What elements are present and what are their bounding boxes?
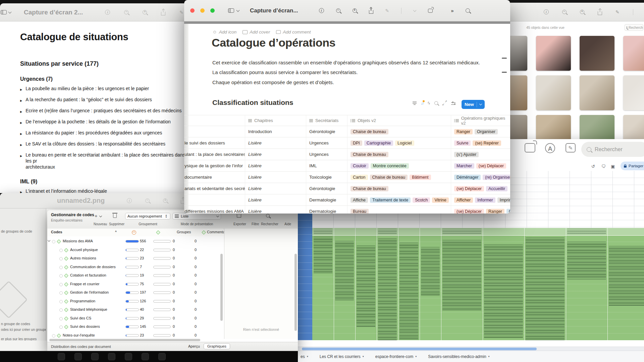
doc-list-item[interactable]: ▶Ecrire et (re)lire dans l’urgence : pra… bbox=[20, 108, 188, 115]
code-row[interactable]: Accueil physique2200 bbox=[47, 246, 224, 255]
preview-tab-button[interactable]: Aperçu bbox=[185, 343, 203, 349]
cell-operations[interactable]: Suivre(se) Repérer bbox=[451, 137, 510, 148]
code-label[interactable]: Frappe et courrier bbox=[70, 282, 99, 286]
tag-orange[interactable]: Ranger bbox=[454, 129, 473, 134]
code-row[interactable]: Autres missions2300 bbox=[47, 254, 224, 263]
sheet-column[interactable] bbox=[355, 228, 377, 340]
cell-secretariat[interactable]: Gérontologie bbox=[306, 183, 347, 194]
dock-icon[interactable] bbox=[91, 353, 99, 360]
photo-thumbnail[interactable] bbox=[510, 36, 527, 71]
cell-chapitre[interactable]: Lisière bbox=[245, 137, 306, 148]
dock-icon[interactable] bbox=[74, 353, 82, 360]
doc-list-item[interactable]: ▶L’intranet et l’information médico-léga… bbox=[20, 188, 188, 193]
photo-thumbnail[interactable] bbox=[580, 115, 614, 139]
column-header-chapitres[interactable]: Chapitres bbox=[245, 115, 306, 126]
search-icon[interactable] bbox=[466, 8, 470, 13]
code-visibility-icon[interactable] bbox=[59, 257, 63, 260]
minimize-button[interactable] bbox=[200, 8, 205, 13]
column-header-objets[interactable]: Objets v2 bbox=[347, 115, 451, 126]
dock-icon[interactable] bbox=[58, 353, 65, 360]
chevron-down-icon[interactable] bbox=[8, 10, 12, 13]
zoom-out-icon[interactable]: − bbox=[336, 8, 340, 13]
photo-thumbnail[interactable] bbox=[623, 36, 644, 71]
tag-red[interactable]: (se) Déplacer bbox=[454, 209, 484, 214]
rotate-icon[interactable] bbox=[525, 143, 535, 154]
cell-situation[interactable]: documentaire bbox=[184, 172, 245, 183]
table-row[interactable]: le suivi des dossiersLisièreUrgencesDPIC… bbox=[184, 137, 510, 149]
tag-brown[interactable]: Chaise de bureau bbox=[370, 175, 408, 180]
tag-brown[interactable]: Chaise de bureau bbox=[351, 152, 388, 157]
charts-tab-button[interactable]: Graphiques bbox=[204, 343, 230, 349]
sheet-column[interactable] bbox=[524, 228, 566, 340]
code-label[interactable]: Communication de dossiers bbox=[70, 265, 116, 269]
codes-vertical-scrollbar[interactable] bbox=[294, 254, 297, 331]
zoom-in-icon[interactable]: + bbox=[353, 8, 357, 13]
sheet-column[interactable] bbox=[398, 228, 420, 340]
page-outline-indicator[interactable] bbox=[502, 58, 507, 59]
disclosure-triangle-icon[interactable]: ▶ bbox=[20, 153, 22, 170]
automation-icon[interactable]: ϟ bbox=[428, 101, 430, 106]
add-cover-button[interactable]: Add cover bbox=[243, 29, 270, 35]
grouping-select[interactable]: Aucun regroupement ▲▼ bbox=[125, 213, 170, 220]
tag-brown[interactable]: Chaise de bureau bbox=[351, 129, 388, 134]
code-row[interactable]: Programmation12600 bbox=[47, 297, 224, 306]
tag-brown[interactable]: Chaise de bureau bbox=[351, 186, 388, 191]
column-header-situation[interactable] bbox=[184, 115, 245, 126]
code-label[interactable]: Suivi des dossiers bbox=[70, 324, 100, 328]
cell-situation[interactable] bbox=[184, 194, 245, 205]
tag-gray[interactable]: Imprim bbox=[497, 197, 510, 203]
share-icon[interactable] bbox=[598, 11, 602, 15]
doc-list-item[interactable]: ▶A la recherche du patient : la “géoloc”… bbox=[20, 97, 188, 104]
photo-thumbnail[interactable] bbox=[536, 36, 571, 71]
close-button[interactable] bbox=[190, 8, 195, 13]
photo-thumbnail[interactable] bbox=[536, 115, 571, 139]
markup-pencil-icon[interactable]: ✎ bbox=[615, 10, 620, 14]
cell-chapitre[interactable]: Lisière bbox=[245, 172, 306, 183]
code-visibility-icon[interactable] bbox=[59, 300, 63, 303]
cell-secretariat[interactable]: Urgences bbox=[306, 149, 347, 160]
table-row[interactable]: documentaireLisièreToxicologieCartonChai… bbox=[184, 172, 510, 183]
sheet-column[interactable] bbox=[312, 228, 334, 340]
cell-operations[interactable]: (se) DéplacerAccueillir bbox=[451, 183, 510, 194]
sheet-column[interactable] bbox=[420, 228, 441, 340]
view-mode-select[interactable]: Liste bbox=[172, 213, 221, 220]
chevron-down-icon[interactable]: ▾ bbox=[488, 355, 490, 358]
code-visibility-icon[interactable] bbox=[59, 274, 63, 278]
sheet-column[interactable] bbox=[441, 228, 483, 340]
notion-paragraph[interactable]: La classification pourra aussi service à… bbox=[212, 69, 358, 75]
code-label[interactable]: Standard téléphonique bbox=[70, 307, 107, 311]
cell-operations[interactable]: AfficherInformerImprim bbox=[451, 194, 510, 205]
scrollbar-thumb[interactable] bbox=[302, 348, 537, 350]
tag-purple[interactable]: (re) Organiser bbox=[483, 175, 510, 180]
code-visibility-icon[interactable] bbox=[52, 334, 55, 338]
tag-orange[interactable]: Ranger bbox=[486, 209, 504, 214]
code-row[interactable]: Standard téléphonique4000 bbox=[47, 306, 224, 314]
cell-secretariat[interactable]: Urgences bbox=[306, 137, 347, 148]
chevron-down-icon[interactable] bbox=[413, 8, 417, 12]
gallery-search-input[interactable]: Recherche bbox=[625, 24, 643, 31]
maximize-button[interactable] bbox=[210, 8, 215, 13]
code-label[interactable]: Gestion de l'information bbox=[70, 290, 109, 294]
zoom-out-icon[interactable]: − bbox=[145, 198, 150, 203]
cell-secretariat[interactable]: Dermatologie bbox=[306, 206, 347, 214]
sidebar-toggle-icon[interactable] bbox=[1, 10, 7, 14]
new-code-button[interactable]: ＋ bbox=[94, 213, 102, 220]
tag-blue[interactable]: Traitement de texte bbox=[370, 197, 411, 203]
cell-operations[interactable]: Déménager(re) Organiser bbox=[451, 172, 510, 183]
search-icon[interactable] bbox=[434, 101, 438, 105]
sort-indicator-icon[interactable]: ▲ bbox=[114, 229, 117, 233]
cell-chapitre[interactable]: Lisière bbox=[245, 149, 306, 160]
new-record-button[interactable]: New bbox=[462, 100, 485, 109]
tag-purple[interactable]: Cartographie bbox=[364, 140, 393, 146]
settings-sliders-icon[interactable] bbox=[451, 102, 455, 105]
add-comment-button[interactable]: Add comment bbox=[276, 29, 311, 35]
cell-objets[interactable]: CouloirMontre connectée bbox=[347, 160, 451, 171]
more-toolbar-items-icon[interactable]: » bbox=[451, 8, 453, 13]
cell-situation[interactable]: ulant : la place des secrétaires bbox=[184, 149, 245, 160]
sidebar-toggle-icon[interactable] bbox=[228, 8, 234, 13]
annotate-icon[interactable]: A bbox=[545, 143, 555, 153]
zoom-out-icon[interactable]: − bbox=[562, 10, 567, 14]
cell-secretariat[interactable]: Dermatologie bbox=[306, 194, 347, 205]
photo-thumbnail[interactable] bbox=[580, 36, 614, 71]
sheet-column[interactable] bbox=[607, 228, 644, 340]
